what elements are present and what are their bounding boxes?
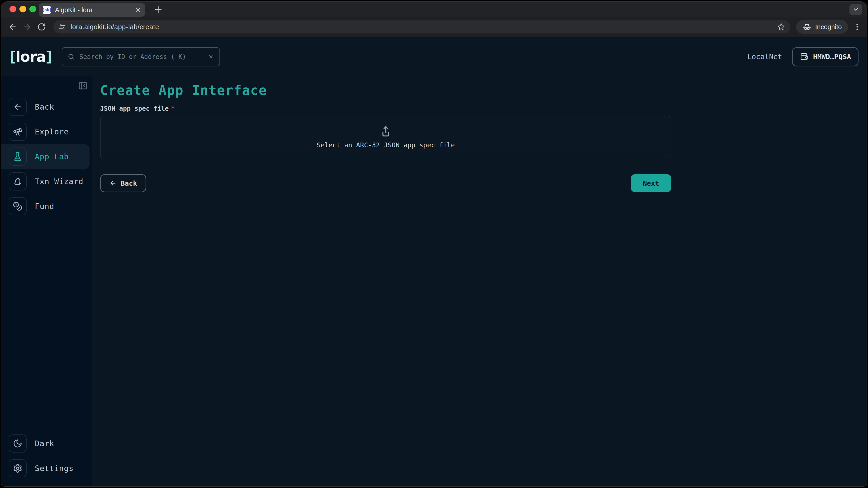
site-info-icon[interactable] (58, 23, 66, 31)
wallet-button[interactable]: HMWD…PQSA (792, 47, 859, 66)
browser-window: [ak] AlgoKit - lora lora.algokit.io/a (1, 2, 867, 486)
lora-app: [lora] LocalNet HMWD…PQSA (1, 37, 867, 486)
sidebar-item-fund[interactable]: Fund (1, 194, 92, 219)
form-label: JSON app spec file* (100, 105, 867, 112)
incognito-icon (802, 22, 811, 31)
telescope-icon (13, 127, 22, 136)
minimize-window-button[interactable] (20, 6, 26, 12)
incognito-badge: Incognito (796, 20, 848, 34)
sidebar: Back Explore App Lab (1, 76, 92, 486)
tab-search-button[interactable] (849, 4, 862, 15)
sidebar-item-back[interactable]: Back (1, 94, 92, 119)
gear-icon (13, 464, 22, 473)
logo-name: lora (16, 48, 46, 65)
tab-favicon: [ak] (43, 6, 51, 14)
search-input[interactable] (79, 53, 203, 61)
bookmark-star-icon[interactable] (777, 23, 785, 31)
browser-tab[interactable]: [ak] AlgoKit - lora (39, 3, 145, 17)
chevron-down-icon (852, 6, 859, 13)
browser-menu-button[interactable] (853, 23, 861, 31)
back-navigation-button[interactable] (7, 21, 19, 33)
arrow-left-icon (110, 180, 117, 187)
dropzone-text: Select an ARC-32 JSON app spec file (317, 141, 455, 149)
sidebar-item-settings[interactable]: Settings (1, 456, 92, 481)
header-right: LocalNet HMWD…PQSA (747, 47, 859, 66)
search-clear-icon[interactable] (208, 54, 214, 60)
close-window-button[interactable] (9, 6, 16, 12)
sidebar-item-label: Settings (35, 464, 74, 473)
required-marker: * (171, 105, 175, 112)
zoom-window-button[interactable] (29, 6, 36, 12)
sidebar-nav: Back Explore App Lab (1, 94, 92, 219)
back-button[interactable]: Back (100, 174, 146, 192)
lora-logo[interactable]: [lora] (9, 48, 52, 65)
sidebar-footer: Dark Settings (1, 431, 92, 481)
reload-icon (37, 23, 46, 31)
sidebar-item-label: Dark (35, 439, 54, 448)
sidebar-item-label: App Lab (35, 152, 69, 161)
form-actions: Back Next (100, 174, 671, 192)
panel-collapse-icon (78, 80, 88, 91)
logo-close-bracket: ] (46, 48, 52, 65)
address-bar[interactable]: lora.algokit.io/app-lab/create (53, 20, 790, 33)
sidebar-item-theme-dark[interactable]: Dark (1, 431, 92, 456)
coins-icon (13, 201, 22, 211)
sidebar-item-label: Explore (35, 127, 69, 136)
app-header: [lora] LocalNet HMWD…PQSA (1, 37, 867, 76)
sidebar-item-label: Txn Wizard (35, 177, 84, 186)
moon-icon (13, 439, 22, 448)
tab-close-icon[interactable] (135, 7, 141, 13)
main-content: Create App Interface JSON app spec file*… (92, 76, 867, 486)
file-dropzone[interactable]: Select an ARC-32 JSON app spec file (100, 116, 671, 158)
arrow-right-icon (23, 22, 32, 31)
next-button[interactable]: Next (631, 174, 671, 192)
forward-navigation-button[interactable] (21, 21, 33, 33)
new-tab-button[interactable] (153, 4, 163, 14)
sidebar-collapse-button[interactable] (78, 80, 88, 91)
search-icon (68, 53, 75, 60)
back-button-label: Back (121, 180, 137, 187)
wallet-icon (800, 52, 809, 61)
tab-title: AlgoKit - lora (55, 6, 131, 14)
url-text[interactable]: lora.algokit.io/app-lab/create (70, 23, 773, 31)
sidebar-item-app-lab[interactable]: App Lab (1, 144, 90, 169)
sidebar-item-label: Fund (35, 202, 54, 211)
flask-icon (13, 152, 22, 161)
sidebar-item-label: Back (35, 102, 54, 111)
page-title: Create App Interface (100, 83, 867, 98)
sidebar-item-explore[interactable]: Explore (1, 119, 92, 144)
tab-strip: [ak] AlgoKit - lora (1, 2, 867, 17)
arrow-left-icon (8, 22, 17, 31)
network-label[interactable]: LocalNet (747, 53, 782, 61)
global-search[interactable] (62, 47, 220, 66)
next-button-label: Next (643, 180, 659, 187)
kebab-menu-icon (853, 23, 861, 31)
sidebar-item-txn-wizard[interactable]: Txn Wizard (1, 169, 92, 194)
incognito-label: Incognito (815, 23, 842, 31)
app-body: Back Explore App Lab (1, 76, 867, 486)
traffic-lights (9, 6, 36, 12)
arrow-left-icon (13, 102, 22, 111)
logo-open-bracket: [ (9, 48, 16, 65)
upload-icon (379, 125, 392, 138)
wizard-hat-icon (13, 177, 22, 186)
browser-toolbar: lora.algokit.io/app-lab/create Incognito (1, 17, 867, 37)
wallet-address: HMWD…PQSA (813, 53, 851, 61)
reload-button[interactable] (36, 21, 48, 33)
